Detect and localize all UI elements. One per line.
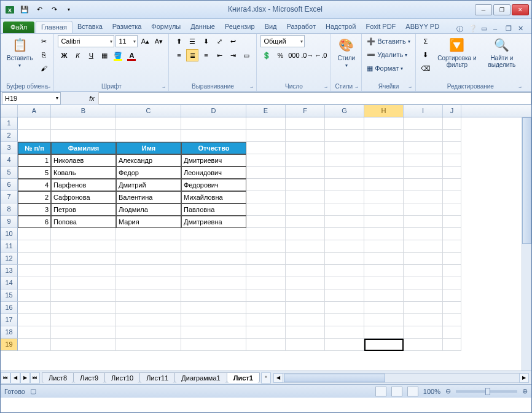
cell-C18[interactable] — [116, 326, 181, 339]
cell-A11[interactable] — [18, 240, 51, 253]
underline-icon[interactable]: Ч — [85, 49, 97, 61]
zoom-slider[interactable] — [456, 390, 517, 393]
format-painter-icon[interactable]: 🖌 — [37, 62, 50, 74]
cell-D1[interactable] — [181, 117, 246, 130]
cell-G6[interactable] — [325, 179, 364, 191]
cell-B4[interactable]: Николаев — [51, 154, 116, 167]
cell-B8[interactable]: Петров — [51, 203, 116, 216]
cell-F19[interactable] — [286, 339, 325, 351]
cell-B10[interactable] — [51, 228, 116, 240]
cell-I4[interactable] — [404, 154, 443, 167]
cell-J9[interactable] — [443, 216, 461, 228]
cell-I15[interactable] — [404, 289, 443, 302]
cell-G2[interactable] — [325, 130, 364, 142]
scroll-thumb[interactable] — [284, 374, 386, 382]
column-header-J[interactable]: J — [443, 105, 461, 117]
cell-C6[interactable]: Дмитрий — [116, 179, 181, 191]
cell-A9[interactable]: 6 — [18, 216, 51, 228]
cell-I16[interactable] — [404, 302, 443, 314]
cell-F16[interactable] — [286, 302, 325, 314]
cell-J11[interactable] — [443, 240, 461, 253]
column-header-I[interactable]: I — [404, 105, 443, 117]
cell-H12[interactable] — [364, 253, 404, 265]
cell-C16[interactable] — [116, 302, 181, 314]
cell-I7[interactable] — [404, 191, 443, 203]
row-header-5[interactable]: 5 — [1, 167, 18, 179]
zoom-thumb[interactable] — [485, 388, 490, 395]
cell-E6[interactable] — [246, 179, 286, 191]
cell-J16[interactable] — [443, 302, 461, 314]
cell-B14[interactable] — [51, 277, 116, 289]
cell-B5[interactable]: Коваль — [51, 167, 116, 179]
cell-F13[interactable] — [286, 265, 325, 277]
undo-icon[interactable]: ↶ — [33, 3, 46, 17]
row-header-18[interactable]: 18 — [1, 326, 18, 339]
vertical-scrollbar[interactable] — [522, 117, 531, 371]
row-header-16[interactable]: 16 — [1, 302, 18, 314]
cell-H4[interactable] — [364, 154, 404, 167]
cell-H7[interactable] — [364, 191, 404, 203]
cell-C13[interactable] — [116, 265, 181, 277]
mdi-min-icon[interactable]: – — [493, 25, 502, 33]
align-center-icon[interactable]: ≣ — [186, 49, 198, 61]
row-header-7[interactable]: 7 — [1, 191, 18, 203]
cell-B12[interactable] — [51, 253, 116, 265]
cell-D4[interactable]: Дмитриевич — [181, 154, 246, 167]
cell-J3[interactable] — [443, 142, 461, 154]
ribbon-tab-9[interactable]: Foxit PDF — [361, 21, 401, 33]
row-header-3[interactable]: 3 — [1, 142, 18, 154]
cell-C7[interactable]: Валентина — [116, 191, 181, 203]
cell-H15[interactable] — [364, 289, 404, 302]
cell-A1[interactable] — [18, 117, 51, 130]
cell-J18[interactable] — [443, 326, 461, 339]
cell-E17[interactable] — [246, 314, 286, 326]
align-right-icon[interactable]: ≡ — [200, 49, 212, 61]
cell-H2[interactable] — [364, 130, 404, 142]
percent-icon[interactable]: % — [274, 49, 286, 61]
cell-G3[interactable] — [325, 142, 364, 154]
cell-J7[interactable] — [443, 191, 461, 203]
cell-B16[interactable] — [51, 302, 116, 314]
cell-E2[interactable] — [246, 130, 286, 142]
row-header-10[interactable]: 10 — [1, 228, 18, 240]
name-box[interactable]: H19 — [2, 92, 61, 104]
cell-J17[interactable] — [443, 314, 461, 326]
cell-A14[interactable] — [18, 277, 51, 289]
paste-button[interactable]: 📋 Вставить ▾ — [4, 35, 35, 69]
comma-icon[interactable]: 000 — [288, 49, 300, 61]
cell-D19[interactable] — [181, 339, 246, 351]
copy-icon[interactable]: ⎘ — [37, 49, 50, 61]
cell-B2[interactable] — [51, 130, 116, 142]
cell-J19[interactable] — [443, 339, 461, 351]
cell-I11[interactable] — [404, 240, 443, 253]
currency-icon[interactable]: 💲 — [260, 49, 273, 61]
cell-E11[interactable] — [246, 240, 286, 253]
cell-C5[interactable]: Федор — [116, 167, 181, 179]
find-select-button[interactable]: 🔍 Найти и выделить — [482, 35, 522, 69]
file-tab[interactable]: Файл — [3, 22, 34, 33]
cell-F9[interactable] — [286, 216, 325, 228]
cell-D7[interactable]: Михайловна — [181, 191, 246, 203]
prev-sheet-icon[interactable]: ◀ — [10, 372, 20, 384]
cell-E19[interactable] — [246, 339, 286, 351]
cell-B11[interactable] — [51, 240, 116, 253]
cell-A15[interactable] — [18, 289, 51, 302]
styles-button[interactable]: 🎨 Стили ▾ — [335, 35, 358, 69]
fill-color-icon[interactable]: 🪣 — [112, 49, 124, 61]
cell-D11[interactable] — [181, 240, 246, 253]
increase-indent-icon[interactable]: ⇥ — [227, 49, 239, 61]
cell-G15[interactable] — [325, 289, 364, 302]
page-layout-view-icon[interactable] — [391, 387, 402, 396]
sheet-tab-5[interactable]: Лист1 — [227, 372, 260, 383]
ribbon-tab-6[interactable]: Вид — [260, 21, 282, 33]
excel-icon[interactable]: X — [3, 3, 17, 17]
fx-button[interactable]: fx — [85, 92, 99, 104]
zoom-level[interactable]: 100% — [423, 388, 440, 395]
cell-I5[interactable] — [404, 167, 443, 179]
cell-H18[interactable] — [364, 326, 404, 339]
cell-D12[interactable] — [181, 253, 246, 265]
cell-F10[interactable] — [286, 228, 325, 240]
zoom-out-icon[interactable]: ⊖ — [445, 387, 451, 395]
cell-D8[interactable]: Павловна — [181, 203, 246, 216]
row-header-11[interactable]: 11 — [1, 240, 18, 253]
